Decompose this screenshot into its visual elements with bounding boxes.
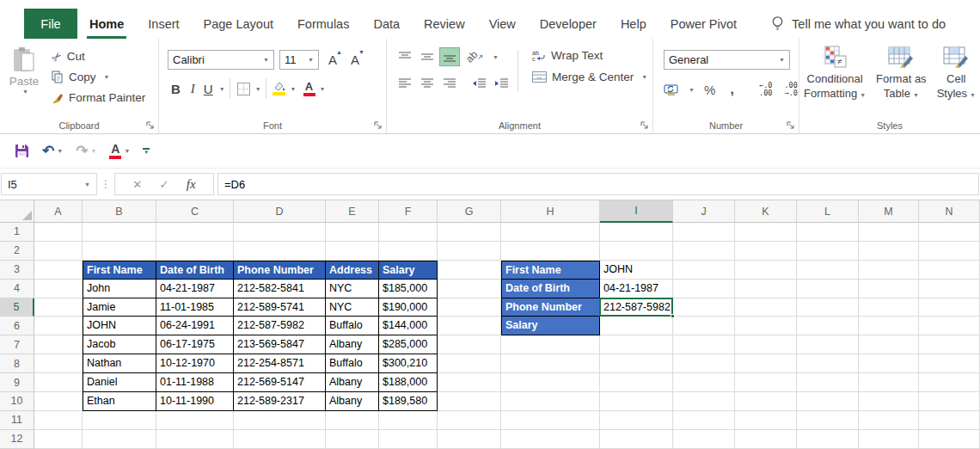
cell-D3[interactable]: Phone Number	[234, 261, 326, 280]
cell-K4[interactable]	[735, 280, 797, 298]
cell-J4[interactable]	[673, 280, 735, 298]
decrease-font-size-button[interactable]: A▼	[346, 52, 364, 67]
conditional-formatting-button[interactable]: ≠ Conditional Formatting▼	[800, 46, 869, 102]
cell-K12[interactable]	[735, 430, 797, 449]
cell-N12[interactable]	[919, 430, 980, 449]
cell-G6[interactable]	[438, 317, 501, 335]
cell-B8[interactable]: Nathan	[83, 354, 156, 373]
cell-K11[interactable]	[735, 411, 797, 430]
customize-qat-button[interactable]: ▼	[143, 148, 150, 154]
paste-button[interactable]: Paste ▼	[0, 46, 48, 105]
borders-button[interactable]	[235, 82, 253, 96]
tab-power-pivot[interactable]: Power Pivot	[658, 9, 749, 39]
cell-L7[interactable]	[797, 335, 859, 354]
cell-A4[interactable]	[34, 280, 83, 298]
tab-formulas[interactable]: Formulas	[285, 9, 361, 39]
alignment-dialog-launcher-icon[interactable]	[640, 121, 648, 129]
cell-A12[interactable]	[34, 430, 83, 449]
top-align-button[interactable]	[395, 48, 414, 65]
cell-F4[interactable]: $185,000	[379, 280, 438, 298]
tab-page-layout[interactable]: Page Layout	[192, 9, 285, 39]
column-header-G[interactable]: G	[438, 200, 501, 223]
italic-button[interactable]: I	[186, 82, 200, 96]
row-header-3[interactable]: 3	[0, 261, 34, 280]
formula-input[interactable]: =D6	[217, 173, 979, 195]
cell-K9[interactable]	[735, 373, 797, 392]
cell-J10[interactable]	[673, 392, 735, 411]
cell-K7[interactable]	[735, 335, 797, 354]
cell-C2[interactable]	[156, 242, 234, 261]
row-header-7[interactable]: 7	[0, 335, 34, 354]
cell-B7[interactable]: Jacob	[83, 335, 156, 354]
column-header-H[interactable]: H	[501, 200, 600, 223]
cell-E12[interactable]	[326, 430, 379, 449]
tab-insert[interactable]: Insert	[136, 9, 191, 39]
cell-E7[interactable]: Albany	[326, 335, 379, 354]
formula-bar-resizer[interactable]: ⋮	[97, 178, 114, 190]
cell-C6[interactable]: 06-24-1991	[156, 317, 234, 335]
cell-D4[interactable]: 212-582-5841	[234, 280, 326, 298]
cell-N2[interactable]	[919, 242, 980, 261]
cell-E6[interactable]: Buffalo	[326, 317, 379, 335]
column-header-F[interactable]: F	[379, 200, 438, 223]
name-box[interactable]: I5 ▼	[1, 173, 97, 195]
cell-M3[interactable]	[859, 261, 919, 280]
row-header-4[interactable]: 4	[0, 280, 34, 298]
center-button[interactable]	[418, 75, 437, 92]
cell-D5[interactable]: 212-589-5741	[234, 298, 326, 317]
cell-B9[interactable]: Daniel	[83, 373, 156, 392]
font-dialog-launcher-icon[interactable]	[374, 121, 382, 129]
selected-cell-I5[interactable]: 212-587-5982	[600, 298, 673, 317]
cell-G7[interactable]	[438, 335, 501, 354]
cell-G4[interactable]	[438, 280, 501, 298]
column-header-E[interactable]: E	[326, 200, 379, 223]
cell-B4[interactable]: John	[83, 280, 156, 298]
cell-B12[interactable]	[83, 430, 156, 449]
row-header-11[interactable]: 11	[0, 411, 34, 430]
bold-button[interactable]: B	[166, 82, 186, 96]
column-header-K[interactable]: K	[735, 200, 797, 223]
cell-G11[interactable]	[438, 411, 501, 430]
decrease-decimal-button[interactable]: .00 →.0	[780, 82, 801, 97]
cell-L4[interactable]	[797, 280, 859, 298]
cell-C4[interactable]: 04-21-1987	[156, 280, 234, 298]
cell-C10[interactable]: 10-11-1990	[156, 392, 234, 411]
enter-icon[interactable]: ✓	[160, 178, 169, 191]
row-header-1[interactable]: 1	[0, 223, 34, 242]
cell-B1[interactable]	[83, 223, 156, 242]
cell-J3[interactable]	[673, 261, 735, 280]
cell-C9[interactable]: 01-11-1988	[156, 373, 234, 392]
cell-A6[interactable]	[34, 317, 83, 335]
font-family-select[interactable]: Calibri ▼	[168, 50, 274, 70]
cell-E11[interactable]	[326, 411, 379, 430]
cell-H6[interactable]: Salary	[501, 317, 600, 335]
increase-font-size-button[interactable]: A▲	[324, 52, 341, 67]
cell-K10[interactable]	[735, 392, 797, 411]
cell-F11[interactable]	[379, 411, 438, 430]
cell-C3[interactable]: Date of Birth	[156, 261, 234, 280]
cell-H7[interactable]	[501, 335, 600, 354]
tab-home[interactable]: Home	[77, 9, 136, 39]
align-right-button[interactable]	[440, 75, 459, 92]
column-header-L[interactable]: L	[797, 200, 859, 223]
cell-N3[interactable]	[919, 261, 980, 280]
cell-F10[interactable]: $189,580	[379, 392, 438, 411]
cell-J11[interactable]	[673, 411, 735, 430]
row-header-12[interactable]: 12	[0, 430, 34, 449]
cell-H3[interactable]: First Name	[501, 261, 600, 280]
cell-A5[interactable]	[34, 298, 83, 317]
select-all-corner[interactable]	[0, 200, 34, 223]
font-color-button[interactable]: A	[302, 82, 317, 96]
cell-M2[interactable]	[859, 242, 919, 261]
cell-E5[interactable]: NYC	[326, 298, 379, 317]
cell-M11[interactable]	[859, 411, 919, 430]
cell-I3[interactable]: JOHN	[600, 261, 673, 280]
cell-N1[interactable]	[919, 223, 980, 242]
cell-B6[interactable]: JOHN	[83, 317, 156, 335]
underline-button[interactable]: U	[200, 82, 217, 96]
cell-M9[interactable]	[859, 373, 919, 392]
row-header-6[interactable]: 6	[0, 317, 34, 335]
cell-A8[interactable]	[34, 354, 83, 373]
cell-I2[interactable]	[600, 242, 673, 261]
cut-button[interactable]: ✂ Cut	[48, 49, 149, 64]
